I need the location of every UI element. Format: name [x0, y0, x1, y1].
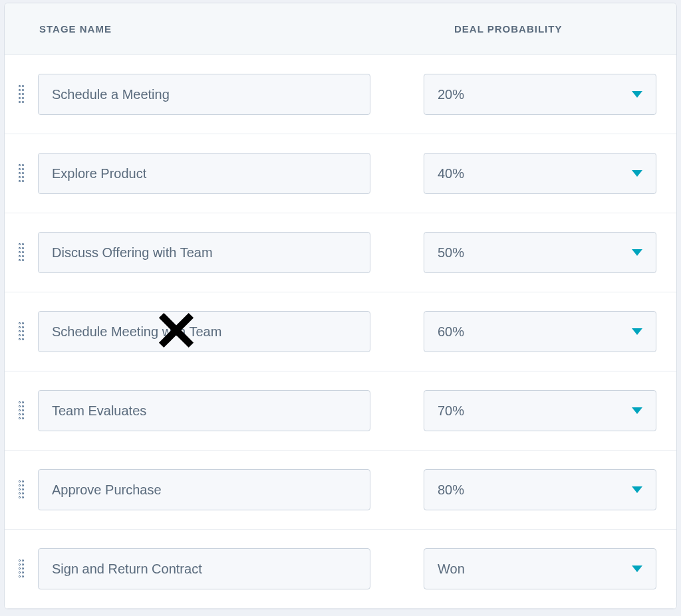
- chevron-down-icon: [632, 565, 642, 572]
- drag-handle-icon[interactable]: [19, 401, 24, 420]
- stage-row: 60%: [5, 292, 676, 371]
- drag-handle-icon[interactable]: [19, 164, 24, 183]
- stage-name-input[interactable]: [38, 153, 370, 194]
- table-header-row: STAGE NAME DEAL PROBABILITY: [5, 3, 676, 55]
- stage-name-input[interactable]: [38, 548, 370, 589]
- drag-handle-icon[interactable]: [19, 243, 24, 262]
- stage-name-input[interactable]: [38, 74, 370, 115]
- deal-probability-select[interactable]: 80%: [424, 469, 656, 510]
- pipeline-stages-panel: STAGE NAME DEAL PROBABILITY 20%: [4, 3, 677, 609]
- chevron-down-icon: [632, 328, 642, 335]
- chevron-down-icon: [632, 91, 642, 98]
- header-stage-name: STAGE NAME: [5, 23, 430, 35]
- deal-probability-value: 50%: [438, 245, 464, 260]
- deal-probability-select[interactable]: Won: [424, 548, 656, 589]
- deal-probability-select[interactable]: 40%: [424, 153, 656, 194]
- chevron-down-icon: [632, 407, 642, 414]
- stage-row: Won: [5, 530, 676, 609]
- drag-handle-icon[interactable]: [19, 560, 24, 578]
- drag-handle-icon[interactable]: [19, 480, 24, 499]
- deal-probability-select[interactable]: 20%: [424, 74, 656, 115]
- stage-name-input[interactable]: [38, 469, 370, 510]
- deal-probability-value: 40%: [438, 166, 464, 181]
- header-deal-probability: DEAL PROBABILITY: [430, 23, 676, 35]
- deal-probability-select[interactable]: 50%: [424, 232, 656, 273]
- deal-probability-select[interactable]: 60%: [424, 311, 656, 352]
- chevron-down-icon: [632, 170, 642, 177]
- chevron-down-icon: [632, 249, 642, 256]
- stage-row: 40%: [5, 134, 676, 213]
- stage-row: 20%: [5, 55, 676, 134]
- stage-row: 80%: [5, 451, 676, 530]
- drag-handle-icon[interactable]: [19, 85, 24, 104]
- stage-name-input[interactable]: [38, 232, 370, 273]
- drag-handle-icon[interactable]: [19, 322, 24, 341]
- deal-probability-select[interactable]: 70%: [424, 390, 656, 431]
- stage-name-input[interactable]: [38, 390, 370, 431]
- stage-row: 50%: [5, 213, 676, 292]
- deal-probability-value: 20%: [438, 87, 464, 102]
- stage-row: 70%: [5, 371, 676, 451]
- chevron-down-icon: [632, 486, 642, 493]
- deal-probability-value: 70%: [438, 403, 464, 419]
- deal-probability-value: 80%: [438, 482, 464, 498]
- deal-probability-value: Won: [438, 562, 465, 577]
- stage-name-input[interactable]: [38, 311, 370, 352]
- deal-probability-value: 60%: [438, 324, 464, 340]
